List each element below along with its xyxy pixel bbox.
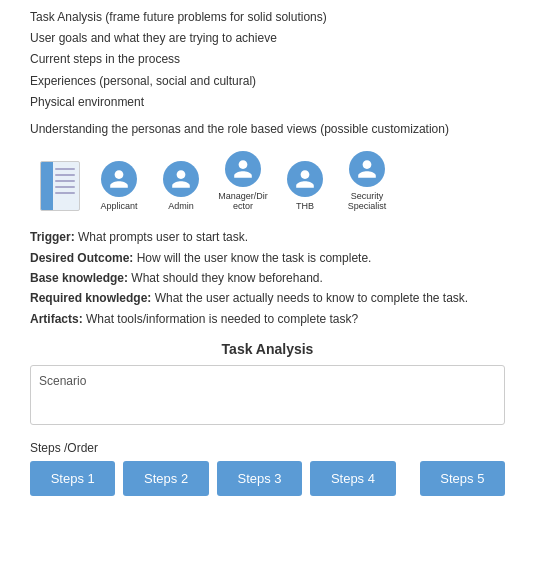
intro-line6-container: Understanding the personas and the role … [30,120,505,139]
step-3-button[interactable]: Steps 3 [217,461,302,496]
sidebar-thumb-bar [41,162,53,210]
trigger-text: What prompts user to start task. [75,230,248,244]
person-icon [356,158,378,180]
persona-admin: Admin [154,161,208,211]
artifacts-label: Artifacts: [30,312,83,326]
trigger-label: Trigger: [30,230,75,244]
persona-label-security: Security Specialist [340,191,394,211]
steps-header: Steps /Order [30,441,505,455]
persona-avatar-applicant [101,161,137,197]
persona-label-manager: Manager/Director [216,191,270,211]
person-icon [294,168,316,190]
persona-avatar-security [349,151,385,187]
scenario-label: Scenario [39,374,86,388]
intro-line4: Experiences (personal, social and cultur… [30,72,505,91]
attributes-section: Trigger: What prompts user to start task… [30,227,505,329]
step-1-button[interactable]: Steps 1 [30,461,115,496]
person-icon [108,168,130,190]
task-analysis-title: Task Analysis [30,341,505,357]
intro-line6: Understanding the personas and the role … [30,120,505,139]
attr-base: Base knowledge: What should they know be… [30,268,505,288]
persona-label-thb: THB [296,201,314,211]
base-text: What should they know beforehand. [128,271,323,285]
step-4-button[interactable]: Steps 4 [310,461,395,496]
personas-section: Applicant Admin Manager/Director [30,151,505,211]
persona-security: Security Specialist [340,151,394,211]
scenario-box[interactable]: Scenario [30,365,505,425]
person-icon [170,168,192,190]
attr-trigger: Trigger: What prompts user to start task… [30,227,505,247]
required-label: Required knowledge: [30,291,151,305]
persona-label-applicant: Applicant [100,201,137,211]
outcome-label: Desired Outcome: [30,251,133,265]
intro-section: Task Analysis (frame future problems for… [30,8,505,112]
thumb-line-5 [55,192,75,194]
intro-line3: Current steps in the process [30,50,505,69]
person-icon [232,158,254,180]
steps-row: Steps 1 Steps 2 Steps 3 Steps 4 Steps 5 [30,461,505,496]
personas-row: Applicant Admin Manager/Director [40,151,505,211]
intro-line1: Task Analysis (frame future problems for… [30,8,505,27]
thumb-line-1 [55,168,75,170]
artifacts-text: What tools/information is needed to comp… [83,312,358,326]
thumb-line-3 [55,180,75,182]
thumb-line-2 [55,174,75,176]
step-5-button[interactable]: Steps 5 [420,461,505,496]
base-label: Base knowledge: [30,271,128,285]
persona-avatar-manager [225,151,261,187]
attr-required: Required knowledge: What the user actual… [30,288,505,308]
task-analysis-section: Task Analysis Scenario [30,341,505,425]
persona-applicant: Applicant [92,161,146,211]
thumb-line-4 [55,186,75,188]
persona-avatar-thb [287,161,323,197]
sidebar-thumbnail [40,161,80,211]
steps-section: Steps /Order Steps 1 Steps 2 Steps 3 Ste… [30,441,505,496]
persona-avatar-admin [163,161,199,197]
sidebar-thumb-lines [55,168,75,194]
persona-manager: Manager/Director [216,151,270,211]
required-text: What the user actually needs to know to … [151,291,468,305]
attr-artifacts: Artifacts: What tools/information is nee… [30,309,505,329]
outcome-text: How will the user know the task is compl… [133,251,371,265]
persona-thb: THB [278,161,332,211]
intro-line5: Physical environment [30,93,505,112]
attr-outcome: Desired Outcome: How will the user know … [30,248,505,268]
page-container: Task Analysis (frame future problems for… [0,0,535,516]
persona-label-admin: Admin [168,201,194,211]
intro-line2: User goals and what they are trying to a… [30,29,505,48]
step-2-button[interactable]: Steps 2 [123,461,208,496]
